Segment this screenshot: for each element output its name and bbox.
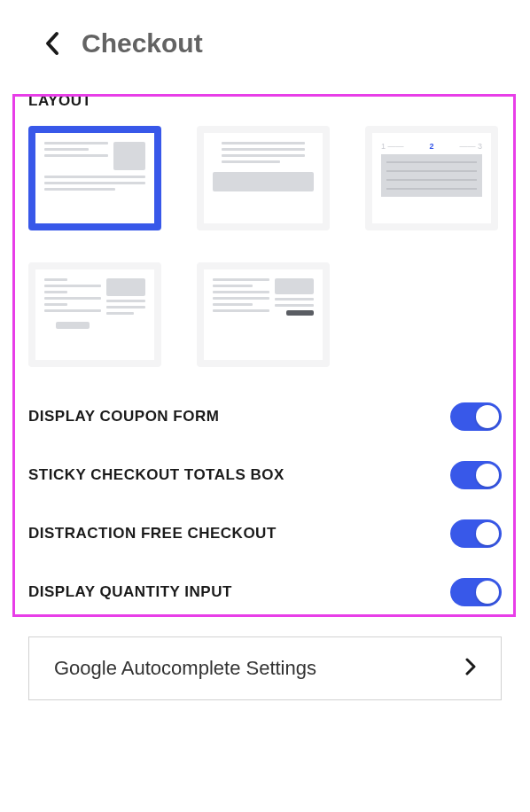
toggle-row-distraction: DISTRACTION FREE CHECKOUT bbox=[0, 519, 530, 548]
toggle-label-distraction: DISTRACTION FREE CHECKOUT bbox=[28, 525, 277, 543]
toggle-label-quantity: DISPLAY QUANTITY INPUT bbox=[28, 583, 232, 601]
toggle-coupon[interactable] bbox=[450, 402, 502, 431]
toggle-row-sticky: STICKY CHECKOUT TOTALS BOX bbox=[0, 461, 530, 489]
layout-section-title: LAYOUT bbox=[28, 92, 502, 110]
chevron-right-icon bbox=[465, 658, 476, 679]
toggle-sticky[interactable] bbox=[450, 461, 502, 489]
toggle-row-coupon: DISPLAY COUPON FORM bbox=[0, 402, 530, 431]
toggle-label-coupon: DISPLAY COUPON FORM bbox=[28, 408, 219, 426]
page-title: Checkout bbox=[82, 28, 203, 59]
layout-options-grid: 1 ——2—— 3 bbox=[28, 126, 502, 367]
layout-option-2[interactable] bbox=[197, 126, 330, 230]
toggle-label-sticky: STICKY CHECKOUT TOTALS BOX bbox=[28, 466, 284, 484]
accordion-label: Google Autocomplete Settings bbox=[54, 657, 316, 680]
toggle-distraction[interactable] bbox=[450, 519, 502, 548]
google-autocomplete-settings-button[interactable]: Google Autocomplete Settings bbox=[28, 636, 502, 700]
layout-option-4[interactable] bbox=[28, 262, 161, 367]
toggle-row-quantity: DISPLAY QUANTITY INPUT bbox=[0, 578, 530, 606]
layout-option-1[interactable] bbox=[28, 126, 161, 230]
layout-option-5[interactable] bbox=[197, 262, 330, 367]
toggle-quantity[interactable] bbox=[450, 578, 502, 606]
layout-option-3[interactable]: 1 ——2—— 3 bbox=[365, 126, 498, 230]
back-icon[interactable] bbox=[44, 31, 60, 56]
